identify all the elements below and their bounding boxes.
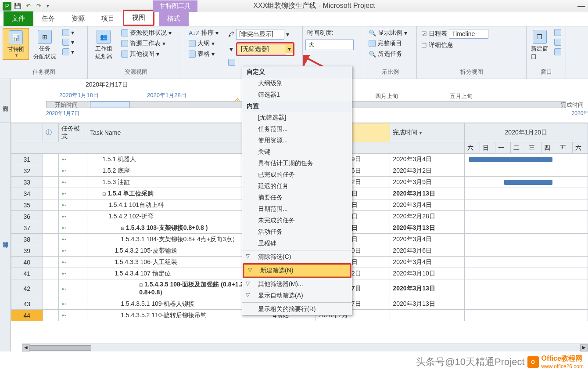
finish-cell[interactable]: 2020年3月6日 bbox=[390, 245, 464, 257]
resource-usage-button[interactable]: 资源使用状况▾ bbox=[119, 28, 173, 38]
row-number[interactable]: 31 bbox=[11, 154, 43, 165]
menu-item[interactable]: 筛选器1 bbox=[242, 89, 352, 101]
arrange-button[interactable] bbox=[552, 38, 563, 47]
row-number[interactable]: 41 bbox=[11, 268, 43, 279]
scroll-track[interactable] bbox=[30, 345, 580, 351]
row-number[interactable]: 38 bbox=[11, 234, 43, 245]
horizontal-scrollbar[interactable]: ◀ ▶ bbox=[22, 344, 588, 351]
gantt-bar[interactable] bbox=[504, 180, 552, 185]
entire-project-button[interactable]: 完整项目 bbox=[367, 39, 409, 48]
menu-item[interactable]: 活动任务 bbox=[242, 226, 352, 238]
calendar-button[interactable]: ▾ bbox=[61, 38, 76, 47]
mode-cell[interactable]: ➵ bbox=[59, 222, 87, 234]
menu-item[interactable]: 具有估计工期的任务 bbox=[242, 158, 352, 169]
switch-window-button[interactable] bbox=[552, 28, 563, 37]
gantt-chart-button[interactable]: 📊 甘特图▼ bbox=[3, 28, 29, 60]
menu-item[interactable]: 大纲级别 bbox=[242, 78, 352, 89]
col-finish[interactable]: 完成时间▼ bbox=[390, 123, 464, 142]
menu-auto-filter[interactable]: ▽显示自动筛选(A) bbox=[242, 290, 352, 301]
menu-item[interactable]: 任务范围... bbox=[242, 123, 352, 135]
col-week[interactable]: 2020年1月20日 bbox=[464, 123, 588, 142]
filter-select[interactable]: ▼ [无筛选器]▾ bbox=[226, 41, 296, 57]
menu-item[interactable]: 里程碑 bbox=[242, 238, 352, 249]
finish-cell[interactable] bbox=[390, 310, 464, 321]
menu-item[interactable]: 关键 bbox=[242, 146, 352, 158]
timeline-checkbox[interactable]: ☑ 日程表 Timeline bbox=[419, 28, 490, 40]
details-checkbox[interactable]: ☐ 详细信息 bbox=[419, 40, 490, 50]
mode-cell[interactable]: ➵ bbox=[59, 234, 87, 245]
timeline-selection[interactable] bbox=[90, 101, 129, 108]
row-number[interactable]: 36 bbox=[11, 211, 43, 222]
row-number[interactable]: 43 bbox=[11, 298, 43, 310]
group-by-button[interactable] bbox=[226, 58, 296, 67]
menu-item[interactable]: 摘要任务 bbox=[242, 192, 352, 203]
resource-sheet-button[interactable]: 资源工作表▾ bbox=[119, 39, 173, 48]
finish-cell[interactable]: 2020年2月28日 bbox=[390, 211, 464, 222]
row-number[interactable]: 42 bbox=[11, 279, 43, 298]
mode-cell[interactable]: ➵ bbox=[59, 154, 87, 165]
menu-clear-filter[interactable]: ▽清除筛选(C) bbox=[242, 251, 352, 263]
menu-item[interactable]: 未完成的任务 bbox=[242, 215, 352, 226]
mode-cell[interactable]: ➵ bbox=[59, 245, 87, 257]
network-diagram-button[interactable]: ▾ bbox=[61, 28, 76, 37]
row-number[interactable]: 44 bbox=[11, 310, 43, 321]
tab-file[interactable]: 文件 bbox=[4, 11, 33, 26]
row-number[interactable]: 35 bbox=[11, 199, 43, 211]
menu-new-filter[interactable]: ▽新建筛选(N) bbox=[244, 264, 350, 277]
collapse-icon[interactable]: ⊟ bbox=[102, 192, 106, 196]
hide-button[interactable] bbox=[552, 47, 563, 56]
new-window-button[interactable]: ❐ 新建窗口 bbox=[529, 28, 550, 62]
gantt-side-tab[interactable]: 甘特图 bbox=[0, 123, 11, 351]
menu-item[interactable]: [无筛选器] bbox=[242, 112, 352, 123]
task-usage-button[interactable]: ⊞ 任务 分配状况 bbox=[32, 28, 58, 62]
tab-format[interactable]: 格式 bbox=[159, 11, 189, 26]
menu-other-filters[interactable]: ▽其他筛选器(M)... bbox=[242, 279, 352, 290]
mode-cell[interactable]: ➵ bbox=[59, 268, 87, 279]
menu-item[interactable]: 已完成的任务 bbox=[242, 169, 352, 181]
sort-button[interactable]: A↓Z 排序▾ bbox=[187, 28, 220, 38]
scroll-left-button[interactable]: ◀ bbox=[22, 344, 30, 351]
highlight-select[interactable]: 🖍[非突出显示]▾ bbox=[226, 28, 296, 40]
row-number[interactable]: 37 bbox=[11, 222, 43, 234]
finish-cell[interactable]: 2020年3月4日 bbox=[390, 154, 464, 165]
finish-cell[interactable]: 2020年3月13日 bbox=[390, 279, 464, 298]
finish-cell[interactable]: 2020年3月4日 bbox=[390, 199, 464, 211]
finish-cell[interactable]: 2020年3月4日 bbox=[390, 234, 464, 245]
mode-cell[interactable]: ➵ bbox=[59, 165, 87, 177]
finish-cell[interactable]: 2020年3月2日 bbox=[390, 165, 464, 177]
menu-item[interactable]: 延迟的任务 bbox=[242, 181, 352, 192]
tables-button[interactable]: 表格▾ bbox=[187, 49, 220, 59]
scroll-right-button[interactable]: ▶ bbox=[580, 344, 588, 351]
mode-cell[interactable]: ➵ bbox=[59, 279, 87, 298]
finish-cell[interactable]: 2020年3月4日 bbox=[390, 257, 464, 268]
tab-resource[interactable]: 资源 bbox=[63, 11, 93, 26]
scroll-thumb[interactable] bbox=[30, 345, 91, 351]
row-number[interactable]: 39 bbox=[11, 245, 43, 257]
collapse-icon[interactable]: ⊟ bbox=[121, 226, 124, 231]
tab-view[interactable]: 视图 bbox=[123, 10, 154, 26]
finish-cell[interactable]: 2020年3月13日 bbox=[390, 298, 464, 310]
tab-project[interactable]: 项目 bbox=[93, 11, 123, 26]
redo-icon[interactable]: ↷ bbox=[34, 2, 43, 11]
collapse-icon[interactable]: ⊟ bbox=[139, 282, 143, 287]
menu-item[interactable]: 日期范围... bbox=[242, 203, 352, 215]
finish-cell[interactable]: 2020年3月13日 bbox=[390, 188, 464, 199]
menu-item[interactable]: 使用资源... bbox=[242, 135, 352, 146]
finish-cell[interactable]: 2020年3月13日 bbox=[390, 222, 464, 234]
finish-cell[interactable]: 2020年3月10日 bbox=[390, 268, 464, 279]
col-rownum[interactable] bbox=[11, 123, 43, 142]
mode-cell[interactable]: ➵ bbox=[59, 257, 87, 268]
timescale-select[interactable]: 天 bbox=[305, 40, 354, 50]
undo-icon[interactable]: ↶ bbox=[24, 2, 32, 11]
outline-button[interactable]: 大纲▾ bbox=[187, 39, 220, 48]
mode-cell[interactable]: ➵ bbox=[59, 188, 87, 199]
mode-cell[interactable]: ➵ bbox=[59, 199, 87, 211]
col-info[interactable]: ⓘ bbox=[43, 123, 58, 142]
row-number[interactable]: 33 bbox=[11, 177, 43, 188]
team-planner-button[interactable]: 👥 工作组 规划器 bbox=[90, 28, 117, 62]
mode-cell[interactable]: ➵ bbox=[59, 211, 87, 222]
mode-cell[interactable]: ➵ bbox=[59, 310, 87, 321]
save-icon[interactable]: 💾 bbox=[13, 2, 22, 11]
mode-cell[interactable]: ➵ bbox=[59, 177, 87, 188]
mode-cell[interactable]: ➵ bbox=[59, 298, 87, 310]
